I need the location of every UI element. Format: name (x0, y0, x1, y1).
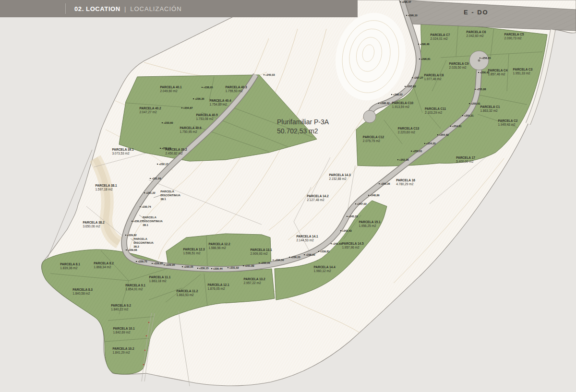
header-bar: 02. LOCATION | LOCALIZACIÓN (0, 0, 358, 17)
page-title: 02. LOCATION | LOCALIZACIÓN (0, 5, 182, 12)
main-area-name: Plurifamiliar P-3A (277, 118, 329, 127)
header-divider (65, 3, 66, 14)
main-area-label: Plurifamiliar P-3A 50.702,53 m2 (277, 118, 329, 136)
site-plan-page: 02. LOCATION | LOCALIZACIÓN E - DO Pluri… (0, 0, 576, 392)
site-plan-map (0, 0, 576, 392)
highway-label: E - DO (464, 9, 489, 16)
section-subtitle: LOCALIZACIÓN (130, 5, 181, 12)
main-area-size: 50.702,53 m2 (277, 127, 329, 136)
title-separator: | (122, 5, 128, 12)
section-title: LOCATION (86, 5, 120, 12)
section-number: 02. (74, 5, 84, 12)
